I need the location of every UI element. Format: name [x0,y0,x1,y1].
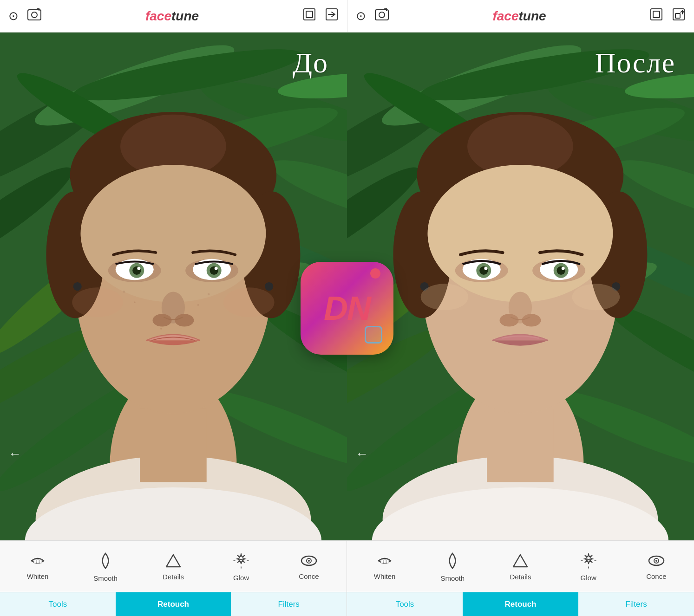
dn-logo-text: DN [324,289,370,327]
logo-left: facetune [145,9,199,24]
svg-point-38 [81,165,266,302]
logo-face-right: face [492,9,518,23]
add-photo-icon-right[interactable] [374,7,389,25]
tool-conceal-left[interactable]: Conce [295,554,323,580]
svg-rect-113 [381,560,383,563]
details-label-right: Details [510,573,531,581]
portrait-icon-right[interactable]: ⊙ [356,9,366,23]
photo-before [0,32,347,540]
svg-rect-10 [675,13,680,18]
svg-point-56 [123,291,125,293]
share-icon-left[interactable] [325,7,339,25]
svg-point-101 [522,314,541,326]
svg-rect-82 [487,408,554,482]
layers-icon-right[interactable] [649,7,663,25]
portrait-icon-left[interactable]: ⊙ [8,9,19,23]
smooth-label-right: Smooth [440,574,465,582]
tab-retouch-right[interactable]: Retouch [463,592,578,616]
svg-point-88 [428,165,613,302]
svg-point-119 [655,560,657,562]
share-icon-right[interactable] [672,7,686,25]
tool-glow-right[interactable]: Glow [575,553,602,582]
tool-conceal-right[interactable]: Conce [642,554,670,580]
svg-rect-114 [384,559,386,563]
svg-point-100 [499,314,518,326]
dn-logo: DN [301,262,393,355]
svg-rect-3 [306,11,313,18]
tab-tools-left[interactable]: Tools [0,592,116,616]
tab-filters-right[interactable]: Filters [578,592,694,616]
after-label: После [595,46,675,79]
nav-arrow-right[interactable]: ← [355,447,368,461]
dn-logo-overlay: DN [301,262,393,355]
svg-point-53 [223,287,274,317]
details-icon-right [512,554,528,570]
tools-strip-right: Whiten Smooth Details [347,541,694,592]
tab-tools-right[interactable]: Tools [347,592,463,616]
nav-right-right-icons [649,7,686,25]
svg-point-48 [215,267,218,270]
svg-rect-107 [37,559,39,563]
tools-strip-left: Whiten Smooth Details [0,541,347,592]
smooth-label-left: Smooth [93,574,118,582]
smooth-icon-left [99,552,112,571]
photo-after [347,32,694,540]
panel-before: До ← [0,32,347,540]
conceal-icon-left [301,554,317,570]
toolbar-left: Whiten Smooth Details [0,541,347,616]
details-label-left: Details [163,573,184,581]
glow-label-right: Glow [581,574,596,582]
svg-point-47 [137,267,140,270]
tool-whiten-left[interactable]: Whiten [24,554,52,580]
conceal-icon-right [648,554,665,570]
svg-point-116 [587,559,590,562]
smooth-icon-right [446,552,459,571]
svg-point-52 [72,287,123,317]
tab-strip-right: Tools Retouch Filters [347,592,694,616]
tab-filters-left[interactable]: Filters [231,592,347,616]
svg-rect-106 [34,560,36,563]
nav-arrow-left[interactable]: ← [8,447,21,461]
whiten-icon-right [377,554,393,570]
tool-smooth-right[interactable]: Smooth [439,552,466,582]
glow-icon-left [233,553,249,571]
tool-details-left[interactable]: Details [159,554,187,581]
toolbar-right: Whiten Smooth Details [347,541,694,616]
tab-retouch-left[interactable]: Retouch [116,592,231,616]
svg-point-97 [484,267,487,270]
main-content: До ← DN [0,32,694,540]
svg-point-54 [73,282,82,291]
glow-label-left: Glow [233,574,249,582]
svg-rect-7 [651,9,662,20]
svg-point-60 [160,328,162,329]
svg-point-105 [572,284,620,310]
layers-icon-left[interactable] [302,7,316,25]
panel-after: После ← [347,32,694,540]
svg-rect-0 [28,10,41,20]
svg-rect-8 [653,11,660,18]
whiten-icon-left [30,554,46,570]
dn-inner-box [365,326,382,344]
svg-point-59 [197,304,199,305]
tool-whiten-right[interactable]: Whiten [371,554,399,580]
nav-left-icons: ⊙ [8,7,42,25]
tab-strip-left: Tools Retouch Filters [0,592,347,616]
whiten-label-left: Whiten [27,572,49,580]
svg-point-109 [240,559,242,562]
svg-point-104 [421,284,469,310]
tool-smooth-left[interactable]: Smooth [92,552,119,582]
conceal-label-left: Conce [299,572,319,580]
add-photo-icon-left[interactable] [27,7,42,25]
svg-rect-5 [375,10,388,20]
svg-rect-2 [304,9,315,20]
svg-point-112 [308,560,310,562]
logo-tune-left: tune [171,9,199,23]
tool-glow-left[interactable]: Glow [227,553,255,582]
toolbar-row: Whiten Smooth Details [0,540,694,616]
svg-point-50 [152,314,171,326]
whiten-label-right: Whiten [374,572,396,580]
nav-right-icons: ⊙ [356,7,389,25]
tool-details-right[interactable]: Details [506,554,534,581]
nav-right: ⊙ facetune [347,0,694,32]
svg-point-57 [134,301,135,303]
